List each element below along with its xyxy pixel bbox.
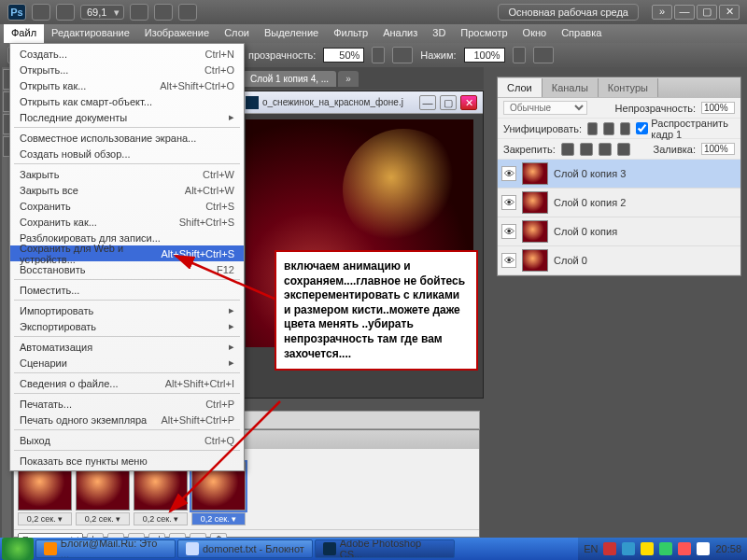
zoom-select[interactable]: 69,1	[80, 5, 124, 20]
tray-icon-3[interactable]	[641, 542, 654, 555]
bridge-icon[interactable]	[32, 4, 50, 21]
menu-Изображение[interactable]: Изображение	[137, 24, 217, 43]
layer-row[interactable]: 👁Слой 0 копия 2	[498, 189, 740, 217]
clock[interactable]: 20:58	[715, 543, 741, 554]
frame-delay[interactable]: 0,2 сек. ▾	[76, 512, 130, 525]
menu-item[interactable]: Создать новый обзор...	[10, 146, 244, 161]
doc-maximize-button[interactable]: ▢	[440, 95, 457, 110]
layer-row[interactable]: 👁Слой 0 копия	[498, 217, 740, 246]
menu-Выделение[interactable]: Выделение	[257, 24, 326, 43]
menu-item[interactable]: Печатать...Ctrl+P	[10, 396, 244, 412]
propagate-frame-checkbox[interactable]	[636, 122, 648, 134]
menu-item[interactable]: Сохранить как...Shift+Ctrl+S	[10, 214, 244, 230]
arrange-icon[interactable]	[154, 4, 173, 21]
menu-Справка[interactable]: Справка	[554, 24, 609, 43]
frame-delay[interactable]: 0,2 сек. ▾	[134, 512, 188, 525]
menu-item-shortcut: Ctrl+O	[204, 64, 234, 76]
menu-Фильтр[interactable]: Фильтр	[326, 24, 375, 43]
tablet-icon[interactable]	[533, 47, 554, 63]
tray-icon-4[interactable]	[659, 542, 672, 555]
layer-thumbnail[interactable]	[522, 220, 548, 243]
doc-minimize-button[interactable]: —	[419, 95, 436, 110]
menu-item[interactable]: Открыть как...Alt+Shift+Ctrl+O	[10, 77, 244, 93]
menu-3D[interactable]: 3D	[425, 24, 453, 43]
tray-icon-2[interactable]	[622, 542, 635, 555]
unify-pos-icon[interactable]	[587, 122, 598, 135]
menu-item[interactable]: Экспортировать	[10, 318, 244, 334]
menu-item[interactable]: Сведения о файле...Alt+Shift+Ctrl+I	[10, 375, 244, 391]
layer-thumbnail[interactable]	[522, 162, 548, 185]
layer-row[interactable]: 👁Слой 0 копия 3	[498, 160, 740, 189]
unify-vis-icon[interactable]	[603, 122, 613, 135]
screenmode-icon[interactable]	[178, 4, 197, 21]
visibility-toggle[interactable]: 👁	[501, 166, 516, 181]
menu-item[interactable]: Последние документы	[10, 109, 244, 125]
menu-item[interactable]: Открыть...Ctrl+O	[10, 62, 244, 77]
layer-thumbnail[interactable]	[522, 249, 548, 272]
menu-Анализ[interactable]: Анализ	[375, 24, 425, 43]
menu-item[interactable]: Показать все пункты меню	[10, 453, 244, 469]
frame-delay[interactable]: 0,2 сек. ▾	[191, 512, 246, 525]
taskbar-item-1[interactable]: Блоги@Mail.Ru: Это ...	[35, 539, 176, 558]
menu-item[interactable]: СохранитьCtrl+S	[10, 198, 244, 214]
doc-close-button[interactable]: ✕	[460, 95, 477, 110]
frame-delay[interactable]: 0,2 сек. ▾	[18, 512, 72, 525]
menu-item[interactable]: Поместить...	[10, 282, 244, 298]
menu-item[interactable]: ВыходCtrl+Q	[10, 432, 244, 448]
menu-item[interactable]: Импортировать	[10, 302, 244, 318]
lock-transp-icon[interactable]	[561, 143, 574, 156]
menu-item[interactable]: Сохранить для Web и устройств...Alt+Shif…	[10, 245, 244, 261]
tab-paths[interactable]: Контуры	[599, 78, 658, 97]
hand-icon[interactable]	[130, 4, 148, 21]
tray-icon-1[interactable]	[603, 542, 616, 555]
menu-Просмотр[interactable]: Просмотр	[453, 24, 514, 43]
tray-icon-5[interactable]	[678, 542, 691, 555]
lock-pixels-icon[interactable]	[580, 143, 593, 156]
chevrons-icon[interactable]: »	[652, 5, 672, 20]
menu-item[interactable]: Совместное использование экрана...	[10, 130, 244, 146]
airbrush-icon[interactable]	[392, 47, 413, 63]
menu-Редактирование[interactable]: Редактирование	[44, 24, 137, 43]
blend-mode-select[interactable]: Обычные	[503, 101, 587, 115]
flow-input[interactable]	[464, 48, 505, 63]
menu-item[interactable]: Сценарии	[10, 355, 244, 371]
menu-item[interactable]: ЗакрытьCtrl+W	[10, 166, 244, 182]
lang-indicator[interactable]: EN	[584, 543, 598, 554]
menu-item[interactable]: Создать...Ctrl+N	[10, 46, 244, 62]
menu-Файл[interactable]: Файл	[4, 24, 44, 43]
close-button[interactable]: ✕	[719, 5, 740, 20]
taskbar-item-3[interactable]: Adobe Photoshop CS...	[315, 539, 455, 558]
menu-item[interactable]: Открыть как смарт-объект...	[10, 93, 244, 109]
layer-row[interactable]: 👁Слой 0	[498, 246, 740, 275]
tray-icon-6[interactable]	[697, 542, 710, 555]
workspace-button[interactable]: Основная рабочая среда	[498, 4, 639, 21]
visibility-toggle[interactable]: 👁	[501, 253, 516, 268]
menu-item[interactable]: Печать одного экземпляраAlt+Shift+Ctrl+P	[10, 412, 244, 427]
layer-opacity-input[interactable]	[701, 102, 735, 114]
visibility-toggle[interactable]: 👁	[501, 224, 516, 239]
menu-item[interactable]: ВосстановитьF12	[10, 261, 244, 277]
taskbar-item-2[interactable]: domonet.txt - Блокнот	[177, 539, 313, 558]
visibility-toggle[interactable]: 👁	[501, 195, 516, 210]
lock-all-icon[interactable]	[617, 143, 630, 156]
minimize-button[interactable]: —	[674, 5, 695, 20]
menu-Слои[interactable]: Слои	[217, 24, 257, 43]
unify-style-icon[interactable]	[620, 122, 630, 135]
tab-layers[interactable]: Слои	[498, 78, 543, 97]
lock-pos-icon[interactable]	[599, 143, 612, 156]
menu-item[interactable]: Автоматизация	[10, 339, 244, 355]
view-extras-icon[interactable]	[56, 4, 75, 21]
layer-thumbnail[interactable]	[522, 191, 548, 214]
tab-channels[interactable]: Каналы	[543, 78, 599, 97]
menu-item[interactable]: Закрыть всеAlt+Ctrl+W	[10, 182, 244, 198]
document-titlebar[interactable]: о_снежинок_на_красном_фоне.j — ▢ ✕	[240, 91, 483, 114]
flow-flyout-icon[interactable]	[513, 47, 526, 63]
start-button[interactable]	[2, 538, 34, 560]
document-tab-1[interactable]: Слой 1 копия 4, ...	[243, 71, 336, 87]
fill-input[interactable]	[701, 143, 735, 155]
opacity-input[interactable]	[323, 48, 364, 63]
document-tab-overflow[interactable]: »	[338, 71, 359, 87]
menu-Окно[interactable]: Окно	[515, 24, 555, 43]
maximize-button[interactable]: ▢	[697, 5, 717, 20]
opacity-flyout-icon[interactable]	[372, 47, 385, 63]
